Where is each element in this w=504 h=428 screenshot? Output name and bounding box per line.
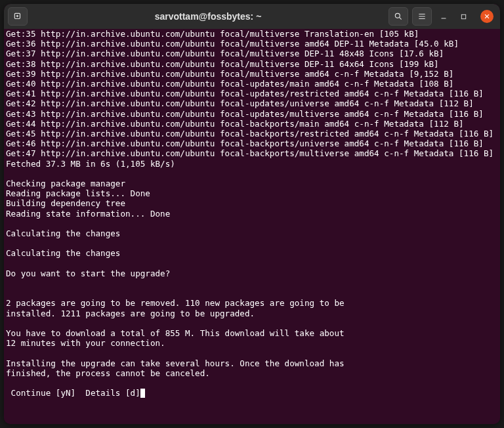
terminal-line: Get:44 http://in.archive.ubuntu.com/ubun… [6,119,498,129]
terminal-line: Installing the upgrade can take several … [6,358,498,368]
terminal-body[interactable]: Get:35 http://in.archive.ubuntu.com/ubun… [4,29,500,424]
terminal-line: installed. 1211 packages are going to be… [6,309,498,318]
terminal-line: 2 packages are going to be removed. 110 … [6,298,498,308]
terminal-line: Get:35 http://in.archive.ubuntu.com/ubun… [6,29,498,39]
terminal-line [6,169,498,179]
svg-line-4 [399,17,401,19]
terminal-line: Do you want to start the upgrade? [6,268,498,278]
terminal-line [6,278,498,288]
terminal-line [6,318,498,328]
minimize-button[interactable] [436,7,452,26]
prompt-text: Continue [yN] Details [d] [6,388,140,398]
svg-rect-9 [461,14,465,18]
window-title: sarvottam@fossbytes: ~ [32,11,385,22]
terminal-line: Get:43 http://in.archive.ubuntu.com/ubun… [6,109,498,119]
terminal-line: Get:36 http://in.archive.ubuntu.com/ubun… [6,39,498,49]
terminal-window: sarvottam@fossbytes: ~ [4,4,500,424]
terminal-line: 12 minutes with your connection. [6,338,498,348]
terminal-prompt[interactable]: Continue [yN] Details [d] [6,388,498,398]
terminal-line [6,378,498,388]
terminal-line: Building dependency tree [6,198,498,208]
close-button[interactable] [480,10,494,23]
terminal-line [6,349,498,358]
terminal-line: Get:39 http://in.archive.ubuntu.com/ubun… [6,69,498,79]
terminal-line: Get:47 http://in.archive.ubuntu.com/ubun… [6,148,498,158]
terminal-line [6,259,498,268]
menu-button[interactable] [412,7,432,26]
terminal-line: Get:37 http://in.archive.ubuntu.com/ubun… [6,49,498,58]
svg-point-3 [395,13,400,18]
search-button[interactable] [388,7,408,26]
terminal-line [6,219,498,228]
titlebar: sarvottam@fossbytes: ~ [4,4,500,29]
terminal-line: Calculating the changes [6,248,498,258]
terminal-line: Fetched 37.3 MB in 6s (1,105 kB/s) [6,159,498,169]
terminal-line: You have to download a total of 855 M. T… [6,328,498,338]
terminal-line: Get:41 http://in.archive.ubuntu.com/ubun… [6,89,498,98]
terminal-line: Get:45 http://in.archive.ubuntu.com/ubun… [6,129,498,139]
cursor [140,389,145,398]
terminal-line: Get:38 http://in.archive.ubuntu.com/ubun… [6,59,498,69]
terminal-line: Reading state information... Done [6,209,498,219]
terminal-line: Get:40 http://in.archive.ubuntu.com/ubun… [6,79,498,89]
terminal-line [6,288,498,298]
terminal-line: Get:42 http://in.archive.ubuntu.com/ubun… [6,98,498,108]
terminal-line: Calculating the changes [6,228,498,238]
maximize-button[interactable] [455,7,471,26]
terminal-line: Checking package manager [6,179,498,188]
new-tab-button[interactable] [8,7,28,26]
terminal-line: finished, the process cannot be canceled… [6,368,498,378]
terminal-line [6,238,498,248]
terminal-line: Reading package lists... Done [6,188,498,198]
terminal-line: Get:46 http://in.archive.ubuntu.com/ubun… [6,139,498,148]
